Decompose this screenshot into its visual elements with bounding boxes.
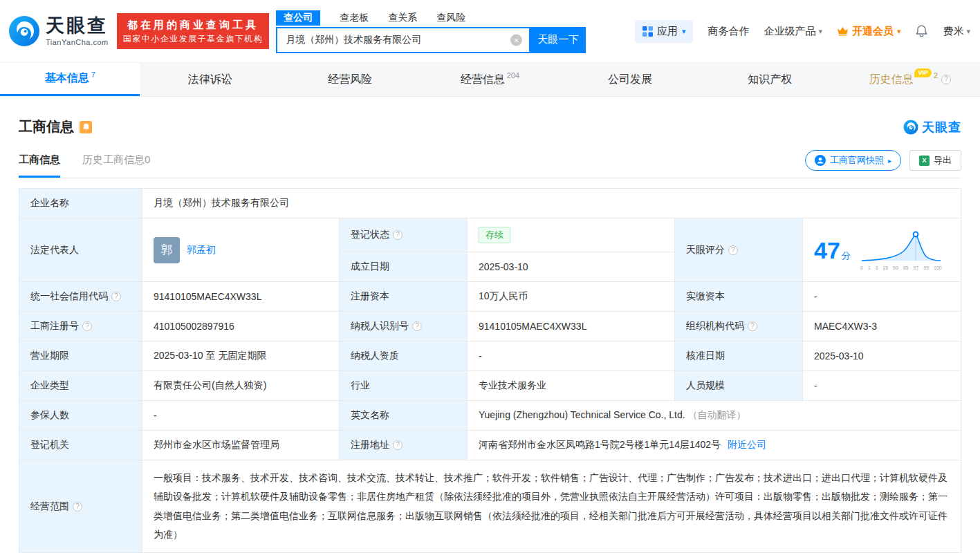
cooperation-menu[interactable]: 商务合作 xyxy=(708,25,749,38)
enterprise-label: 企业级产品 xyxy=(764,25,815,38)
business-info-table: 企业名称 月境（郑州）技术服务有限公司 法定代表人 郭 郭孟初 登记状态? 存续… xyxy=(19,188,961,553)
help-icon[interactable]: ? xyxy=(73,502,82,512)
tab-business-info-label: 经营信息 xyxy=(461,73,505,87)
table-row: 参保人数 - 英文名称 Yuejing (Zhengzhou) Technica… xyxy=(19,401,961,431)
tab-basic-info-count: 7 xyxy=(91,71,95,79)
reg-authority-label: 登记机关 xyxy=(19,431,142,460)
brand-text: 天眼查 xyxy=(922,119,961,135)
english-name-value: Yuejing (Zhengzhou) Technical Service Co… xyxy=(468,401,961,431)
score-label: 天眼评分? xyxy=(675,218,803,282)
tab-history-info[interactable]: 历史信息 VIP 2 ? xyxy=(840,63,980,96)
reg-number-label: 工商注册号? xyxy=(19,312,142,341)
excel-icon: X xyxy=(919,156,930,166)
enterprise-menu[interactable]: 企业级产品 ▾ xyxy=(764,25,822,38)
tab-business-info[interactable]: 经营信息 204 xyxy=(420,63,560,96)
help-icon[interactable]: ? xyxy=(82,321,92,331)
cooperation-label: 商务合作 xyxy=(708,25,749,38)
help-icon[interactable]: ? xyxy=(393,230,403,240)
chevron-down-icon: ▾ xyxy=(897,27,901,36)
legal-rep-label: 法定代表人 xyxy=(19,218,142,282)
taxpayer-id-label: 纳税人识别号? xyxy=(340,312,468,341)
help-icon[interactable]: ? xyxy=(748,321,757,331)
search-tab-relation[interactable]: 查关系 xyxy=(388,12,417,24)
search-input[interactable] xyxy=(277,28,529,52)
notifications-button[interactable] xyxy=(915,24,928,38)
logo-title: 天眼查 xyxy=(46,17,109,35)
chevron-down-icon: ▾ xyxy=(966,27,970,36)
subtab-actions: 工商官网快照 ▸ X 导出 xyxy=(805,150,961,178)
legal-rep-link[interactable]: 郭孟初 xyxy=(187,244,216,256)
tab-history-info-count: 2 xyxy=(934,71,938,79)
table-row: 营业期限 2025-03-10 至 无固定期限 纳税人资质 - 核准日期 202… xyxy=(19,341,961,371)
clear-icon[interactable]: ✕ xyxy=(510,34,522,46)
help-icon[interactable]: ? xyxy=(412,321,422,331)
establish-date-label: 成立日期 xyxy=(340,252,468,282)
search-tab-risk[interactable]: 查风险 xyxy=(436,12,465,24)
chevron-down-icon: ▾ xyxy=(682,27,686,36)
bell-icon xyxy=(915,24,928,38)
promo-banner: 都在用的商业查询工具 国家中小企业发展子基金旗下机构 xyxy=(117,13,270,49)
top-header: 天眼查 TianYanCha.com 都在用的商业查询工具 国家中小企业发展子基… xyxy=(0,0,980,62)
taxpayer-quality-value: - xyxy=(468,341,675,371)
tab-company-development[interactable]: 公司发展 xyxy=(560,63,700,96)
help-icon[interactable]: ? xyxy=(393,440,403,450)
nearby-companies-link[interactable]: 附近公司 xyxy=(728,439,766,450)
table-row: 企业名称 月境（郑州）技术服务有限公司 xyxy=(19,189,961,218)
tab-legal-litigation[interactable]: 法律诉讼 xyxy=(140,63,279,96)
monitor-bell-icon[interactable] xyxy=(80,121,92,133)
apps-label: 应用 xyxy=(657,25,678,38)
taxpayer-id-value: 91410105MAEC4XW33L xyxy=(468,312,675,341)
reg-address-label: 注册地址? xyxy=(340,431,468,460)
company-type-label: 企业类型 xyxy=(19,371,142,401)
company-name-value: 月境（郑州）技术服务有限公司 xyxy=(142,189,961,218)
business-scope-value: 一般项目：技术服务、技术开发、技术咨询、技术交流、技术转让、技术推广；软件开发；… xyxy=(142,460,961,553)
vip-upgrade-menu[interactable]: 开通会员 ▾ xyxy=(837,25,901,38)
tianyancha-logo[interactable]: 天眼查 TianYanCha.com xyxy=(8,15,109,47)
tab-business-info-count: 204 xyxy=(507,71,519,79)
score-axis-ticks: 0131550859799100 xyxy=(860,265,942,270)
reg-address-value: 河南省郑州市金水区凤鸣路1号院2号楼1单元14层1402号 附近公司 xyxy=(468,431,961,460)
score-unit: 分 xyxy=(842,250,851,261)
table-row: 经营范围? 一般项目：技术服务、技术开发、技术咨询、技术交流、技术转让、技术推广… xyxy=(19,460,961,553)
export-label: 导出 xyxy=(934,154,952,167)
industry-value: 专业技术服务业 xyxy=(468,371,675,401)
staff-size-value: - xyxy=(803,371,961,401)
official-snapshot-button[interactable]: 工商官网快照 ▸ xyxy=(805,150,901,171)
search-input-wrap: ✕ xyxy=(276,27,530,53)
help-icon[interactable]: ? xyxy=(728,245,738,255)
user-menu[interactable]: 费米 ▾ xyxy=(943,25,970,38)
legal-rep-avatar[interactable]: 郭 xyxy=(154,237,180,263)
table-row: 统一社会信用代码? 91410105MAEC4XW33L 注册资本 10万人民币… xyxy=(19,282,961,312)
apps-menu[interactable]: 应用 ▾ xyxy=(635,20,694,43)
approval-date-label: 核准日期 xyxy=(675,341,803,371)
table-row: 登记机关 郑州市金水区市场监督管理局 注册地址? 河南省郑州市金水区凤鸣路1号院… xyxy=(19,431,961,460)
export-button[interactable]: X 导出 xyxy=(909,150,961,171)
subtab-history-registration[interactable]: 历史工商信息0 xyxy=(82,153,150,178)
tab-operating-risk[interactable]: 经营风险 xyxy=(280,63,420,96)
logo-subtitle: TianYanCha.com xyxy=(46,38,109,46)
search-tabs: 查公司 查老板 查关系 查风险 xyxy=(276,10,586,26)
tab-intellectual-property[interactable]: 知识产权 xyxy=(700,63,840,96)
company-nav-tabs: 基本信息 7 法律诉讼 经营风险 经营信息 204 公司发展 知识产权 历史信息… xyxy=(0,62,980,97)
table-row: 法定代表人 郭 郭孟初 登记状态? 存续 天眼评分? 47分 xyxy=(19,218,961,252)
subtab-business-registration[interactable]: 工商信息 xyxy=(19,153,60,178)
watermark-brand: 天眼查 xyxy=(903,119,961,135)
industry-label: 行业 xyxy=(340,371,468,401)
vip-upgrade-label: 开通会员 xyxy=(852,25,894,38)
official-snapshot-label: 工商官网快照 xyxy=(830,154,884,167)
business-info-table-wrap: 企业名称 月境（郑州）技术服务有限公司 法定代表人 郭 郭孟初 登记状态? 存续… xyxy=(0,178,980,553)
legal-rep-cell: 郭 郭孟初 xyxy=(142,218,340,282)
reg-status-cell: 存续 xyxy=(468,218,675,252)
tab-operating-risk-label: 经营风险 xyxy=(328,73,372,87)
search-tab-boss[interactable]: 查老板 xyxy=(340,12,369,24)
search-button[interactable]: 天眼一下 xyxy=(530,27,586,53)
search-tab-company[interactable]: 查公司 xyxy=(276,10,320,26)
paid-capital-label: 实缴资本 xyxy=(675,282,803,312)
establish-date-value: 2025-03-10 xyxy=(468,252,675,282)
tab-legal-litigation-label: 法律诉讼 xyxy=(188,73,232,87)
score-trend-chart: 0131550859799100 xyxy=(860,229,942,270)
help-icon[interactable]: ? xyxy=(941,75,951,84)
business-term-value: 2025-03-10 至 无固定期限 xyxy=(142,341,340,371)
help-icon[interactable]: ? xyxy=(111,292,121,301)
tab-basic-info[interactable]: 基本信息 7 xyxy=(0,63,140,96)
